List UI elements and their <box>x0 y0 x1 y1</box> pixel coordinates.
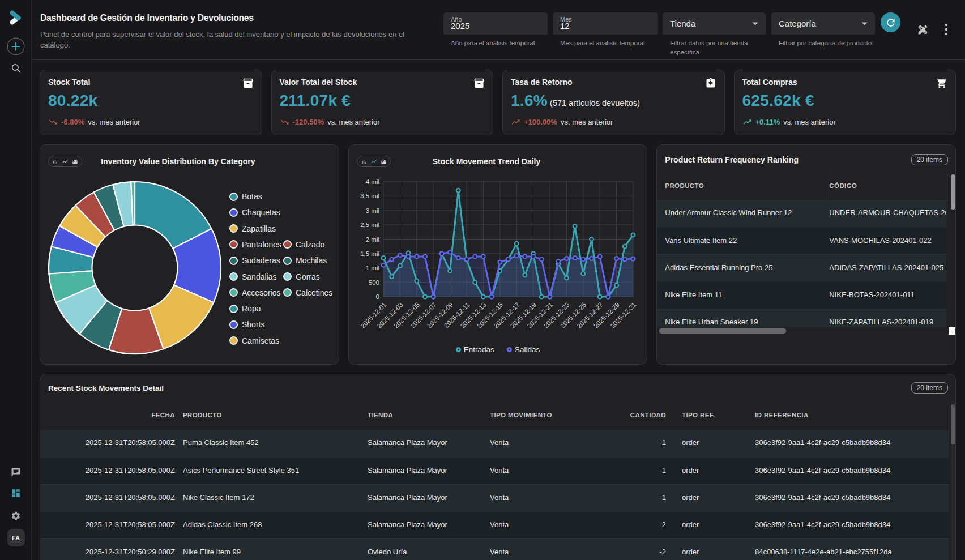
legend-label: Sudaderas <box>242 256 280 265</box>
legend-item-botas[interactable]: Botas <box>229 191 262 202</box>
inventory-icon <box>242 78 254 89</box>
table-row[interactable]: Vans Ultimate Item 22VANS-MOCHILAS-20240… <box>657 227 946 254</box>
legend-item-pantalones[interactable]: Pantalones <box>229 239 281 250</box>
settings-button[interactable] <box>0 511 32 521</box>
table-row[interactable]: Under Armour Classic Wind Runner 12UNDER… <box>657 200 946 227</box>
search-button[interactable] <box>0 63 32 74</box>
vertical-scrollbar[interactable] <box>951 404 955 444</box>
legend-item-mochilas[interactable]: Mochilas <box>283 255 327 266</box>
field-value: 12 <box>560 21 570 31</box>
col-header-cantidad[interactable]: CANTIDAD <box>612 412 666 418</box>
table-row[interactable]: 2025-12-31T20:50:29.000ZNike Elite Item … <box>40 538 949 560</box>
panel-stock-movement: Stock Movement Trend Daily 05001 mil1,5 … <box>348 144 648 365</box>
legend-item-accesorios[interactable]: Accesorios <box>229 287 280 298</box>
search-icon <box>11 63 22 74</box>
col-header-fecha[interactable]: FECHA <box>74 412 175 418</box>
cell: Salamanca Plaza Mayor <box>368 438 481 447</box>
legend-label: Salidas <box>515 345 540 354</box>
cell: Venta <box>490 466 603 474</box>
refresh-button[interactable] <box>881 12 900 32</box>
col-header-tiporef[interactable]: TIPO REF. <box>682 412 744 418</box>
legend-label: Sandalias <box>242 272 277 281</box>
legend-item-chaquetas[interactable]: Chaquetas <box>229 207 280 218</box>
select-categora[interactable]: Categoría <box>771 12 875 35</box>
col-header-producto[interactable]: PRODUCTO <box>183 412 353 418</box>
cell: Salamanca Plaza Mayor <box>368 493 481 502</box>
svg-text:500: 500 <box>368 279 379 286</box>
menu-button[interactable] <box>941 22 951 37</box>
table-row[interactable]: Adidas Essential Running Pro 25ADIDAS-ZA… <box>657 254 946 281</box>
legend-swatch <box>283 272 292 281</box>
kpi-title: Total Compras <box>742 78 947 87</box>
col-header-producto[interactable]: PRODUCTO <box>665 182 704 189</box>
legend-item-entradas[interactable]: Entradas <box>456 345 494 354</box>
add-dashboard-button[interactable] <box>0 37 32 55</box>
helper-text: Filtrar por categoría de producto <box>779 39 892 48</box>
design-services-icon <box>917 24 929 36</box>
legend-swatch <box>229 257 238 265</box>
legend-swatch <box>229 320 238 329</box>
cell: Venta <box>490 438 603 447</box>
legend-item-gorras[interactable]: Gorras <box>283 271 320 283</box>
select-tienda[interactable]: Tienda <box>663 12 766 35</box>
legend-item-camisetas[interactable]: Camisetas <box>229 335 279 347</box>
col-header-tienda[interactable]: TIENDA <box>368 412 481 418</box>
kebab-icon <box>945 22 948 37</box>
legend-item-salidas[interactable]: Salidas <box>507 345 540 354</box>
table-body: 2025-12-31T20:58:05.000ZPuma Classic Ite… <box>40 430 949 560</box>
legend-item-shorts[interactable]: Shorts <box>229 319 264 330</box>
cell: Asics Performance Street Style 351 <box>183 466 353 474</box>
page-title: Dashboard de Gestión de Inventario y Dev… <box>40 13 254 23</box>
input-ao[interactable]: Año2025 <box>443 12 548 35</box>
theme-editor-button[interactable] <box>917 24 929 38</box>
cell: 2025-12-31T20:58:05.000Z <box>74 466 175 474</box>
legend-item-ropa[interactable]: Ropa <box>229 303 261 314</box>
dashboard-icon <box>11 488 21 498</box>
cell: Oviedo Uría <box>368 548 481 556</box>
col-header-idreferencia[interactable]: ID REFERENCIA <box>755 412 942 418</box>
kpi-title: Tasa de Retorno <box>511 78 715 87</box>
col-header-tipomovimiento[interactable]: TIPO MOVIMIENTO <box>490 412 603 418</box>
cell: Venta <box>490 548 603 556</box>
table-row[interactable]: 2025-12-31T20:58:05.000ZAdidas Classic I… <box>40 511 949 538</box>
cell-producto: Nike Elite Item 11 <box>665 290 818 299</box>
legend-swatch <box>283 240 292 249</box>
horizontal-scrollbar[interactable] <box>659 328 786 334</box>
kpi-card-3: Tasa de Retorno1.6% (571 artículos devue… <box>502 70 725 135</box>
assignment-return-icon <box>705 78 716 89</box>
helper-text: Año para el análisis temporal <box>451 39 553 48</box>
legend-item-sudaderas[interactable]: Sudaderas <box>229 255 280 266</box>
table-row[interactable]: 2025-12-31T20:58:05.000ZAsics Performanc… <box>40 457 949 484</box>
user-avatar[interactable]: FA <box>0 529 32 546</box>
legend-label: Camisetas <box>242 336 279 345</box>
table-row[interactable]: Nike Elite Item 11NIKE-BOTAS-202401-011 <box>657 281 946 309</box>
kpi-value: 625.62k € <box>742 92 814 109</box>
legend-item-calcetines[interactable]: Calcetines <box>283 287 332 298</box>
table-row[interactable]: 2025-12-31T20:58:05.000ZNike Classic Ite… <box>40 484 949 511</box>
col-header-codigo[interactable]: CÓDIGO <box>829 182 857 189</box>
legend-swatch <box>456 347 461 352</box>
sidebar-item-dashboards[interactable] <box>0 488 32 498</box>
cell: 2025-12-31T20:50:29.000Z <box>74 548 175 556</box>
kpi-row: Stock Total80.22k-6.80%vs. mes anteriorV… <box>40 70 956 135</box>
line-chart[interactable]: 05001 mil1,5 mil2 mil2,5 mil3 mil3,5 mil… <box>349 145 648 364</box>
chevron-down-icon <box>752 22 758 25</box>
legend-item-zapatillas[interactable]: Zapatillas <box>229 223 276 234</box>
trending-down-icon <box>48 117 58 127</box>
kpi-title: Valor Total del Stock <box>280 78 484 87</box>
cell: -2 <box>612 520 666 529</box>
kpi-value: 211.07k € <box>280 92 351 109</box>
table-row[interactable]: Nike Elite Urban Sneaker 19NIKE-ZAPATILL… <box>657 309 946 327</box>
kpi-card-4: Total Compras625.62k €+0.11%vs. mes ante… <box>734 70 957 135</box>
trending-up-icon <box>742 117 752 127</box>
header-divider <box>32 59 965 60</box>
feedback-button[interactable] <box>0 467 32 477</box>
vertical-scrollbar[interactable] <box>951 174 955 210</box>
cell: Salamanca Plaza Mayor <box>368 466 481 474</box>
table-row[interactable]: 2025-12-31T20:58:05.000ZPuma Classic Ite… <box>40 430 949 457</box>
input-mes[interactable]: Mes12 <box>553 12 658 35</box>
svg-text:3,5 mil: 3,5 mil <box>360 193 379 199</box>
legend-item-sandalias[interactable]: Sandalias <box>229 271 277 283</box>
legend-item-calzado[interactable]: Calzado <box>283 239 324 250</box>
ranking-title: Product Return Frequency Ranking <box>665 155 799 164</box>
